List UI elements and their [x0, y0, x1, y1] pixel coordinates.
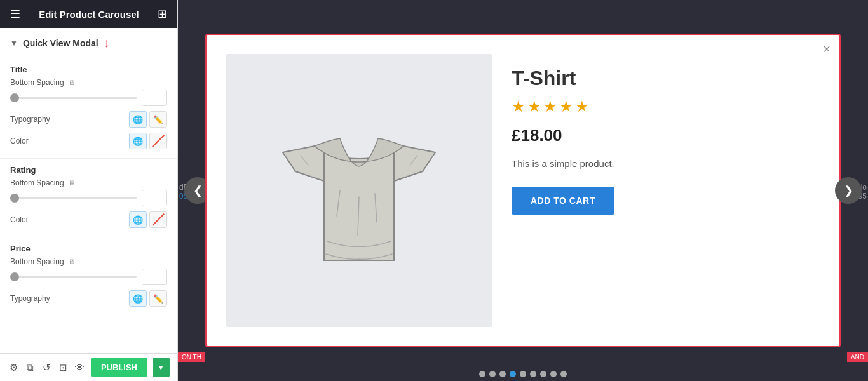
price-bottom-spacing-slider[interactable] — [10, 276, 137, 278]
rating-label: Rating — [10, 165, 167, 175]
price-edit-btn[interactable]: ✏️ — [149, 290, 167, 307]
title-bottom-spacing-label: Bottom Spacing 🖥 — [10, 78, 167, 87]
rating-color-globe-btn[interactable]: 🌐 — [129, 211, 147, 228]
main-area: dPres05 Iulo95 ❮ × — [178, 0, 868, 381]
modal-close-button[interactable]: × — [823, 43, 831, 55]
left-panel: ☰ Edit Product Carousel ⊞ ▼ Quick View M… — [0, 0, 178, 381]
star-rating: ★ ★ ★ ★ ★ — [512, 98, 820, 116]
history-icon-btn[interactable]: ↺ — [41, 358, 52, 377]
price-monitor-icon: 🖥 — [68, 258, 75, 265]
carousel-dots — [479, 371, 567, 377]
price-bottom-spacing-value[interactable] — [142, 269, 167, 285]
title-subsection: Title Bottom Spacing 🖥 Typography 🌐 ✏️ — [0, 58, 177, 159]
modal-inner: T-Shirt ★ ★ ★ ★ ★ £18.00 This is a simpl… — [207, 35, 839, 346]
title-edit-btn[interactable]: ✏️ — [149, 111, 167, 128]
title-label: Title — [10, 65, 167, 74]
section-arrow-icon: ▼ — [10, 39, 18, 48]
product-info: T-Shirt ★ ★ ★ ★ ★ £18.00 This is a simpl… — [512, 54, 820, 215]
title-globe-btn[interactable]: 🌐 — [129, 111, 147, 128]
dot-3[interactable] — [499, 371, 506, 377]
rating-color-row: Color 🌐 — [10, 211, 167, 228]
dot-8[interactable] — [550, 371, 557, 377]
tshirt-illustration — [264, 89, 454, 292]
rating-color-btns: 🌐 — [129, 211, 167, 228]
title-bottom-spacing-slider[interactable] — [10, 97, 137, 99]
price-typography-row: Typography 🌐 ✏️ — [10, 290, 167, 307]
price-label: Price — [10, 244, 167, 253]
layers-icon-btn[interactable]: ⧉ — [24, 358, 36, 377]
hamburger-icon[interactable]: ☰ — [10, 7, 20, 21]
price-bottom-spacing-slider-row — [10, 269, 167, 285]
title-color-globe-btn[interactable]: 🌐 — [129, 133, 147, 149]
panel-body: ▼ Quick View Modal ↓ Title Bottom Spacin… — [0, 28, 177, 353]
product-price: £18.00 — [512, 126, 820, 145]
price-typography-label: Typography — [10, 294, 50, 303]
grid-icon[interactable]: ⊞ — [158, 7, 167, 21]
panel-header: ☰ Edit Product Carousel ⊞ — [0, 0, 177, 28]
dot-6[interactable] — [530, 371, 536, 377]
star-5: ★ — [575, 98, 589, 116]
title-typography-label: Typography — [10, 115, 50, 124]
dot-4[interactable] — [510, 371, 516, 377]
price-typography-btns: 🌐 ✏️ — [129, 290, 167, 307]
price-bottom-spacing-label: Bottom Spacing 🖥 — [10, 257, 167, 266]
publish-arrow-button[interactable]: ▾ — [153, 358, 170, 377]
title-typography-btns: 🌐 ✏️ — [129, 111, 167, 128]
title-color-slash-btn[interactable] — [149, 133, 167, 149]
rating-monitor-icon: 🖥 — [68, 179, 75, 187]
star-1: ★ — [512, 98, 526, 116]
publish-button[interactable]: PUBLISH — [91, 358, 147, 377]
dot-5[interactable] — [520, 371, 526, 377]
dot-9[interactable] — [560, 371, 567, 377]
section-label: Quick View Modal — [23, 38, 98, 48]
panel-footer: ⚙ ⧉ ↺ ⊡ 👁 PUBLISH ▾ — [0, 353, 177, 381]
title-typography-row: Typography 🌐 ✏️ — [10, 111, 167, 128]
dot-7[interactable] — [540, 371, 546, 377]
title-bottom-spacing-slider-row — [10, 90, 167, 106]
preview-icon-btn[interactable]: 👁 — [74, 358, 86, 377]
carousel-right-arrow[interactable]: ❯ — [835, 177, 862, 204]
star-4: ★ — [559, 98, 573, 116]
product-modal: × — [205, 34, 841, 347]
add-to-cart-button[interactable]: ADD TO CART — [512, 187, 614, 215]
panel-title: Edit Product Carousel — [39, 9, 139, 20]
product-title: T-Shirt — [512, 67, 820, 90]
price-globe-btn[interactable]: 🌐 — [129, 290, 147, 307]
corner-text-left: ON TH — [178, 352, 205, 362]
dot-1[interactable] — [479, 371, 485, 377]
dot-2[interactable] — [489, 371, 496, 377]
monitor-icon: 🖥 — [68, 79, 75, 86]
rating-color-slash-btn[interactable] — [149, 211, 167, 228]
rating-bottom-spacing-label: Bottom Spacing 🖥 — [10, 178, 167, 187]
title-color-label: Color — [10, 137, 29, 145]
product-description: This is a simple product. — [512, 157, 820, 171]
rating-bottom-spacing-slider-row — [10, 190, 167, 206]
title-bottom-spacing-value[interactable] — [142, 90, 167, 106]
star-2: ★ — [527, 98, 541, 116]
red-arrow-icon: ↓ — [104, 36, 110, 50]
title-color-row: Color 🌐 — [10, 133, 167, 149]
rating-subsection: Rating Bottom Spacing 🖥 Color 🌐 — [0, 159, 177, 237]
duplicate-icon-btn[interactable]: ⊡ — [58, 358, 69, 377]
settings-icon-btn[interactable]: ⚙ — [8, 358, 19, 377]
rating-bottom-spacing-value[interactable] — [142, 190, 167, 206]
product-image — [226, 54, 492, 327]
price-subsection: Price Bottom Spacing 🖥 Typography 🌐 ✏️ — [0, 237, 177, 316]
title-color-btns: 🌐 — [129, 133, 167, 149]
rating-color-label: Color — [10, 215, 29, 224]
rating-bottom-spacing-slider[interactable] — [10, 197, 137, 199]
quick-view-modal-section[interactable]: ▼ Quick View Modal ↓ — [0, 28, 177, 58]
corner-text-right: AND — [847, 352, 868, 362]
star-3: ★ — [543, 98, 557, 116]
